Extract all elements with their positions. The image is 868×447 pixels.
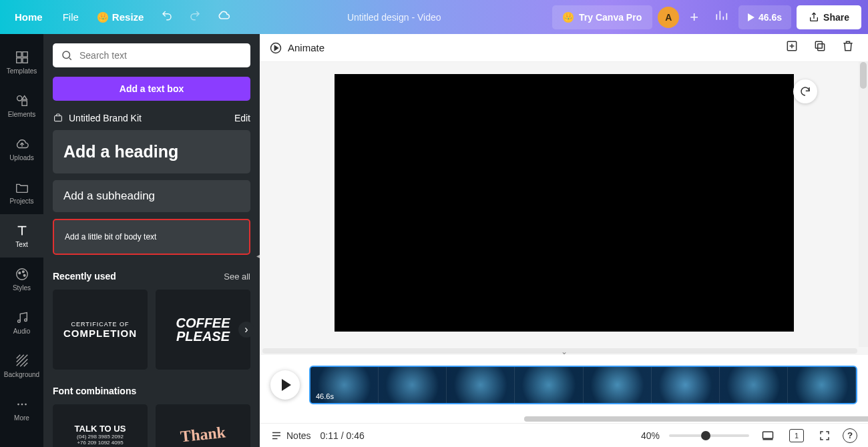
timeline-collapse-button[interactable]: ⌄	[561, 347, 568, 356]
svg-point-6	[16, 269, 27, 280]
left-rail: Templates Elements Uploads Projects Text…	[0, 34, 43, 447]
duration-label: 46.6s	[758, 12, 782, 23]
try-pro-label: Try Canva Pro	[579, 12, 642, 23]
rail-styles[interactable]: Styles	[0, 258, 43, 301]
help-button[interactable]: ?	[843, 428, 857, 443]
rail-background[interactable]: Background	[0, 344, 43, 388]
svg-point-13	[21, 404, 23, 406]
resize-label: Resize	[112, 11, 144, 23]
view-mode-button[interactable]	[758, 426, 777, 445]
clip-duration-label: 46.6s	[316, 392, 334, 400]
see-all-link[interactable]: See all	[224, 272, 250, 282]
font-combinations-heading: Font combinations	[53, 386, 136, 396]
text-template-certificate[interactable]: CERTIFICATE OF COMPLETION	[53, 290, 148, 370]
svg-rect-2	[16, 58, 21, 63]
svg-rect-0	[16, 52, 21, 57]
notes-icon	[270, 430, 282, 442]
bottom-bar: Notes 0:11 / 0:46 40% 1 ?	[260, 423, 868, 447]
delete-button[interactable]	[837, 35, 859, 60]
play-icon	[282, 379, 291, 391]
rail-uploads[interactable]: Uploads	[0, 127, 43, 171]
text-panel: Add a text box Untitled Brand Kit Edit A…	[43, 34, 260, 447]
undo-button[interactable]	[156, 4, 178, 30]
timeline-play-button[interactable]	[270, 370, 300, 400]
page-indicator[interactable]: 1	[787, 426, 807, 445]
refresh-icon	[799, 85, 811, 97]
crown-icon: 👑	[97, 12, 108, 23]
redo-button[interactable]	[184, 4, 206, 30]
refresh-button[interactable]	[793, 79, 817, 103]
svg-rect-5	[22, 101, 27, 105]
brand-kit-label: Untitled Brand Kit	[53, 113, 142, 123]
timeline: ⌄ 46.6s	[260, 355, 868, 415]
play-icon	[748, 13, 754, 21]
svg-point-15	[63, 51, 70, 59]
rail-more[interactable]: More	[0, 388, 43, 431]
add-heading-button[interactable]: Add a heading	[53, 130, 250, 173]
crown-icon: 👑	[563, 12, 574, 23]
rail-text[interactable]: Text	[0, 214, 43, 258]
zoom-slider[interactable]	[669, 434, 749, 437]
svg-point-14	[25, 404, 27, 406]
svg-rect-16	[55, 116, 62, 121]
rail-elements[interactable]: Elements	[0, 84, 43, 127]
share-button[interactable]: Share	[797, 5, 861, 29]
add-collaborator-button[interactable]: +	[684, 3, 704, 31]
font-combo-talk-to-us[interactable]: TALK TO US (04) 298 3985 2092 +76 209 10…	[53, 404, 148, 447]
brand-kit-icon	[53, 113, 63, 123]
text-template-coffee[interactable]: COFFEE PLEASE	[156, 290, 250, 370]
add-text-box-button[interactable]: Add a text box	[53, 77, 250, 101]
svg-point-7	[18, 272, 20, 274]
add-subheading-button[interactable]: Add a subheading	[53, 180, 250, 212]
share-label: Share	[823, 12, 849, 23]
vertical-scrollbar[interactable]	[859, 62, 868, 347]
canvas-stage[interactable]	[260, 62, 868, 347]
video-frame[interactable]	[335, 74, 794, 332]
svg-rect-19	[818, 44, 825, 51]
svg-point-11	[24, 319, 27, 322]
file-menu[interactable]: File	[56, 6, 85, 28]
svg-point-9	[23, 274, 25, 276]
svg-point-10	[17, 320, 20, 323]
rail-templates[interactable]: Templates	[0, 41, 43, 84]
import-button[interactable]	[781, 35, 803, 60]
fullscreen-button[interactable]	[816, 427, 833, 444]
zoom-level: 40%	[641, 430, 660, 441]
user-avatar[interactable]: A	[658, 7, 679, 28]
duplicate-button[interactable]	[809, 35, 831, 60]
font-combo-thank-you[interactable]: Thank	[156, 404, 250, 447]
add-body-text-button[interactable]: Add a little bit of body text	[53, 219, 250, 255]
svg-point-12	[17, 404, 19, 406]
svg-rect-20	[815, 41, 822, 48]
canvas-area: ◀ Animate ⌄ 46.6s	[260, 34, 868, 447]
home-button[interactable]: Home	[7, 6, 51, 28]
svg-rect-21	[763, 432, 773, 438]
search-input[interactable]	[79, 50, 242, 61]
carousel-next-button[interactable]: ›	[238, 322, 254, 338]
play-duration-button[interactable]: 46.6s	[738, 5, 791, 29]
animate-button[interactable]: Animate	[269, 41, 324, 55]
animate-icon	[269, 41, 282, 55]
top-bar: Home File 👑 Resize Untitled design - Vid…	[0, 0, 868, 34]
rail-audio[interactable]: Audio	[0, 301, 43, 344]
timeline-horizontal-scrollbar[interactable]	[260, 415, 868, 423]
resize-button[interactable]: 👑 Resize	[91, 6, 151, 28]
canvas-toolbar: Animate	[260, 34, 868, 62]
recently-used-heading: Recently used	[53, 271, 116, 282]
try-canva-pro-button[interactable]: 👑 Try Canva Pro	[552, 5, 652, 29]
document-title[interactable]: Untitled design - Video	[347, 12, 441, 23]
notes-button[interactable]: Notes	[270, 430, 311, 442]
insights-button[interactable]	[709, 3, 733, 31]
search-box[interactable]	[53, 43, 250, 67]
rail-projects[interactable]: Projects	[0, 171, 43, 214]
brand-kit-edit[interactable]: Edit	[234, 113, 250, 123]
svg-rect-3	[22, 58, 27, 63]
search-icon	[61, 49, 73, 61]
svg-rect-1	[22, 52, 27, 57]
timecode: 0:11 / 0:46	[320, 430, 365, 441]
svg-point-4	[17, 96, 21, 101]
svg-point-8	[22, 271, 24, 273]
cloud-sync-icon[interactable]	[212, 3, 236, 31]
video-clip[interactable]: 46.6s	[309, 366, 857, 404]
